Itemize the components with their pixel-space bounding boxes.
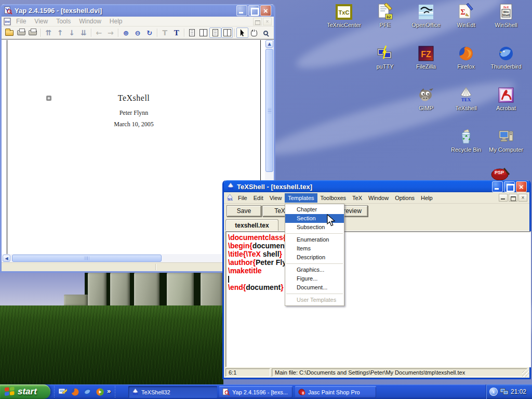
continuous-double-icon[interactable]: [221, 28, 233, 38]
text-tool-icon[interactable]: T: [170, 28, 182, 38]
taskbar-button-paintshoppro[interactable]: 8 Jasc Paint Shop Pro: [295, 386, 376, 398]
svg-text:TeX: TeX: [503, 5, 509, 9]
menu-window[interactable]: Window: [365, 193, 392, 203]
scroll-up-button[interactable]: ▲: [265, 40, 273, 48]
scroll-left-button[interactable]: ◀: [3, 255, 10, 262]
menu-item-items[interactable]: Items: [285, 244, 344, 253]
yap-menu-view[interactable]: View: [31, 17, 51, 25]
select-tool-icon[interactable]: [236, 28, 248, 38]
single-page-icon[interactable]: [186, 28, 198, 38]
firefox-icon: [457, 45, 475, 62]
desktop-icon-winedt[interactable]: Σ WinShell WinEdt: [446, 3, 486, 28]
thunderbird-quick-icon[interactable]: [82, 387, 92, 397]
zoom-out-icon[interactable]: ⊖: [132, 28, 144, 38]
menu-toolboxes[interactable]: Toolboxes: [317, 193, 350, 203]
menu-tex[interactable]: TeX: [349, 193, 365, 203]
taskbar-button-yap[interactable]: Yap 2.4.1596 - [texs...: [219, 386, 292, 398]
desktop-icon-recycle-bin[interactable]: Recycle Bin: [446, 128, 486, 153]
horizontal-scroll-thumb[interactable]: [12, 255, 162, 262]
double-page-icon[interactable]: [198, 28, 210, 38]
print-setup-icon[interactable]: [27, 28, 39, 38]
texshell-maximize-button[interactable]: [504, 181, 515, 192]
yap-titlebar[interactable]: Yap 2.4.1596 - [texshell.dvi]: [2, 4, 274, 17]
tray-collapse-chevron[interactable]: ‹: [489, 388, 498, 396]
continuous-view-icon[interactable]: [209, 28, 221, 38]
texshell-editor[interactable]: \documentclass{article}\begin{document}\…: [225, 231, 531, 367]
desktop-icon-openoffice[interactable]: OpenOffice: [406, 3, 446, 28]
menu-item-figure[interactable]: Figure...: [285, 274, 344, 283]
svg-text:FZ: FZ: [421, 50, 431, 59]
desktop-icon-thunderbird[interactable]: Thunderbird: [486, 45, 526, 70]
desktop-icon-putty[interactable]: puTTY: [365, 45, 405, 70]
menu-item-enumeration[interactable]: Enumeration: [285, 235, 344, 244]
main-file-status: Main file: C:\Documents and Settings\Pet…: [272, 368, 527, 377]
desktop-icon-gimp[interactable]: GIMP: [406, 86, 446, 111]
start-button[interactable]: start: [0, 384, 50, 399]
yap-close-button[interactable]: [260, 5, 271, 16]
taskbar-button-texshell[interactable]: TeX TeXShell32: [128, 386, 217, 398]
resize-grip[interactable]: [522, 370, 529, 377]
save-button[interactable]: Save: [227, 205, 261, 217]
child-close-button[interactable]: ×: [518, 194, 527, 202]
menu-view[interactable]: View: [267, 193, 285, 203]
tab-texshell-tex[interactable]: texshell.tex: [225, 219, 278, 231]
menu-edit[interactable]: Edit: [250, 193, 267, 203]
recycle-bin-icon: [457, 128, 475, 145]
texshell-close-button[interactable]: [516, 181, 527, 192]
yap-menu-help[interactable]: Help: [106, 17, 126, 25]
desktop-icon-acrobat[interactable]: Acrobat: [486, 86, 526, 111]
vertical-scroll-thumb[interactable]: [265, 49, 273, 172]
desktop-icon-my-computer[interactable]: My Computer: [486, 128, 526, 153]
menu-item-chapter[interactable]: Chapter: [285, 205, 344, 214]
menu-help[interactable]: Help: [418, 193, 436, 203]
menu-file[interactable]: File: [235, 193, 250, 203]
yap-task-icon: [222, 388, 230, 396]
desktop-icon-filezilla[interactable]: FZ FileZilla: [406, 45, 446, 70]
yap-mdi-restore-button[interactable]: [253, 18, 262, 25]
open-file-icon[interactable]: [4, 28, 16, 38]
yap-menu-window[interactable]: Window: [75, 17, 105, 25]
magnifier-tool-icon[interactable]: [260, 28, 272, 38]
yap-menu-file[interactable]: File: [12, 17, 30, 25]
zoom-in-icon[interactable]: ⊕: [120, 28, 132, 38]
texshell-minimize-button[interactable]: [492, 181, 503, 192]
child-restore-button[interactable]: [509, 194, 517, 202]
desktop-icon-pfe[interactable]: 32 PFE: [365, 3, 405, 28]
texshell-titlebar[interactable]: TeX TeXShell - [texshell.tex]: [224, 180, 529, 193]
yap-maximize-button[interactable]: [248, 5, 259, 16]
yap-menubar: DVI FileViewToolsWindowHelp ×: [2, 17, 274, 26]
forward-icon[interactable]: →: [105, 28, 117, 38]
network-status-icon[interactable]: [500, 388, 509, 396]
last-page-icon[interactable]: ⇊: [77, 28, 89, 38]
menu-item-description[interactable]: Description: [285, 253, 344, 262]
first-page-icon[interactable]: ⇈: [43, 28, 55, 38]
print-icon[interactable]: [16, 28, 28, 38]
desktop-icon-psp[interactable]: PSP: [488, 166, 511, 182]
ruler-tool-icon[interactable]: T: [159, 28, 171, 38]
menu-item-document[interactable]: Document...: [285, 283, 344, 292]
desktop-icon-texniccenter[interactable]: TxC TeXnicCenter: [324, 3, 364, 28]
desktop-icon-firefox[interactable]: Firefox: [446, 45, 486, 70]
firefox-quick-icon[interactable]: [70, 387, 80, 397]
texshell-window: TeX TeXShell - [texshell.tex] TeX FileEd…: [222, 180, 531, 379]
yap-mdi-close-button[interactable]: ×: [263, 18, 272, 25]
back-icon[interactable]: ←: [93, 28, 105, 38]
yap-menu-tools[interactable]: Tools: [52, 17, 74, 25]
desktop-icon-texshell[interactable]: TEX TeXshell: [446, 86, 486, 111]
prev-page-icon[interactable]: ↑: [54, 28, 66, 38]
windows-flag-icon: [4, 387, 15, 397]
paintshop-task-icon: 8: [298, 388, 306, 396]
next-page-icon[interactable]: ↓: [66, 28, 78, 38]
child-minimize-button[interactable]: [499, 194, 508, 202]
menu-options[interactable]: Options: [392, 193, 418, 203]
yap-app-icon: [4, 6, 12, 15]
hand-tool-icon[interactable]: [248, 28, 260, 38]
menu-templates[interactable]: Templates: [285, 193, 317, 203]
show-desktop-icon[interactable]: [57, 387, 68, 397]
desktop-icon-winshell[interactable]: TeX Win Shell WinShell: [486, 3, 526, 28]
redraw-icon[interactable]: ↻: [143, 28, 155, 38]
media-player-icon[interactable]: [95, 387, 105, 397]
menu-item-graphics[interactable]: Graphics...: [285, 265, 344, 274]
yap-minimize-button[interactable]: [236, 5, 247, 16]
quick-launch-overflow-chevron[interactable]: »: [107, 387, 111, 399]
